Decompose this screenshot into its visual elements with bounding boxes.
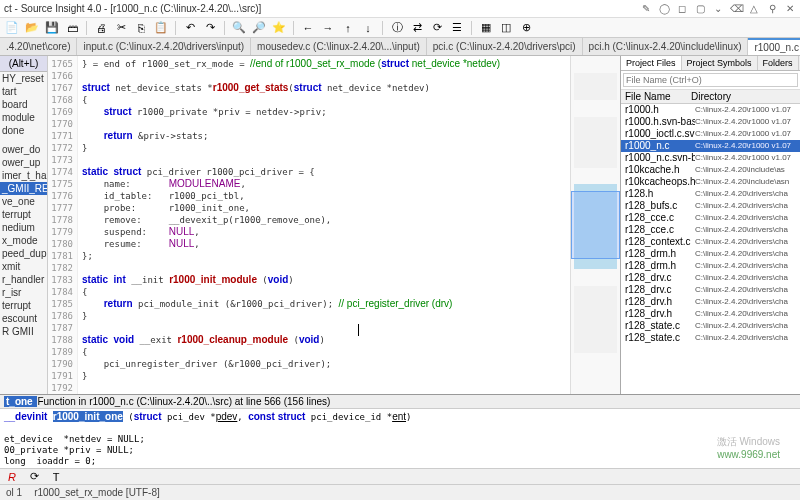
file-row[interactable]: r128_drv.cC:\linux-2.4.20\drivers\cha (621, 272, 800, 284)
project-tab[interactable]: Project Files (621, 56, 682, 70)
zoom-icon[interactable]: ⊕ (518, 20, 534, 36)
status-position: ol 1 (6, 487, 22, 498)
find-icon[interactable]: 🔍 (231, 20, 247, 36)
symbol-item[interactable]: HY_reset (0, 72, 47, 85)
search-icon[interactable]: ⚲ (766, 3, 778, 14)
file-row[interactable]: r10kcacheops.hC:\linux-2.4.20\include\as… (621, 176, 800, 188)
file-row[interactable]: r128_drm.hC:\linux-2.4.20\drivers\cha (621, 260, 800, 272)
symbol-item[interactable]: imer_t_har (0, 169, 47, 182)
minimap-viewport[interactable] (571, 191, 620, 259)
file-filter-input[interactable] (623, 73, 798, 87)
split-icon[interactable]: ◫ (498, 20, 514, 36)
symbol-item[interactable]: done (0, 124, 47, 137)
symbol-item[interactable]: escount (0, 312, 47, 325)
file-row[interactable]: r128_cce.cC:\linux-2.4.20\drivers\cha (621, 224, 800, 236)
fwd-icon[interactable]: → (320, 20, 336, 36)
ctx-r-icon[interactable]: R (4, 469, 20, 485)
symbol-item[interactable]: ve_one (0, 195, 47, 208)
save-icon[interactable]: 💾 (44, 20, 60, 36)
col-filename[interactable]: File Name (621, 91, 691, 102)
code-area[interactable]: } = end of r1000_set_rx_mode = //end of … (78, 56, 570, 394)
symbol-item[interactable]: ower_do (0, 143, 47, 156)
file-row[interactable]: r10kcache.hC:\linux-2.4.20\include\as (621, 164, 800, 176)
print-icon[interactable]: 🖨 (93, 20, 109, 36)
symbol-item[interactable]: tart (0, 85, 47, 98)
file-row[interactable]: r128_state.cC:\linux-2.4.20\drivers\cha (621, 320, 800, 332)
pencil-icon[interactable]: ✎ (640, 3, 652, 14)
minimap[interactable] (570, 56, 620, 394)
file-row[interactable]: r128_drv.hC:\linux-2.4.20\drivers\cha (621, 308, 800, 320)
file-row[interactable]: r128_context.cC:\linux-2.4.20\drivers\ch… (621, 236, 800, 248)
square2-icon[interactable]: ▢ (694, 3, 706, 14)
project-tabs: Project FilesProject SymbolsFolders (621, 56, 800, 71)
open-icon[interactable]: 📂 (24, 20, 40, 36)
symbol-item[interactable]: r_isr (0, 286, 47, 299)
file-row[interactable]: r1000.hC:\linux-2.4.20\r1000 v1.07 (621, 104, 800, 116)
separator (293, 21, 294, 35)
symbol-item[interactable]: r_handler (0, 273, 47, 286)
file-tab[interactable]: pci.h (C:\linux-2.4.20\include\linux) (583, 38, 749, 55)
symbol-item[interactable]: module (0, 111, 47, 124)
context-code[interactable]: __devinit r1000_init_one (struct pci_dev… (0, 409, 800, 468)
circle-icon[interactable]: ◯ (658, 3, 670, 14)
down-icon[interactable]: ↓ (360, 20, 376, 36)
code-editor[interactable]: 1765 1766 1767 1768 1769 1770 1771 1772 … (48, 56, 620, 394)
up-icon[interactable]: ↑ (340, 20, 356, 36)
tree-icon[interactable]: ☰ (449, 20, 465, 36)
symbol-item[interactable]: ower_up (0, 156, 47, 169)
separator (175, 21, 176, 35)
file-list: r1000.hC:\linux-2.4.20\r1000 v1.07r1000.… (621, 104, 800, 394)
erase-icon[interactable]: ⌫ (730, 3, 742, 14)
project-tab[interactable]: Project Symbols (682, 56, 758, 70)
undo-icon[interactable]: ↶ (182, 20, 198, 36)
ref-icon[interactable]: ⇄ (409, 20, 425, 36)
new-icon[interactable]: 📄 (4, 20, 20, 36)
symbol-item[interactable]: x_mode (0, 234, 47, 247)
def-icon[interactable]: ⓘ (389, 20, 405, 36)
file-row[interactable]: r1000_n.c.svn-baseC:\linux-2.4.20\r1000 … (621, 152, 800, 164)
file-tab[interactable]: r1000_n.c (C:\linux-2.4.20\...\src) (748, 38, 800, 55)
file-row[interactable]: r1000_n.cC:\linux-2.4.20\r1000 v1.07 (621, 140, 800, 152)
file-row[interactable]: r128_drv.cC:\linux-2.4.20\drivers\cha (621, 284, 800, 296)
close-icon[interactable]: ✕ (784, 3, 796, 14)
file-row[interactable]: r128_state.cC:\linux-2.4.20\drivers\cha (621, 332, 800, 344)
file-row[interactable]: r128_drm.hC:\linux-2.4.20\drivers\cha (621, 248, 800, 260)
project-tab[interactable]: Folders (758, 56, 799, 70)
sync-icon[interactable]: ⟳ (429, 20, 445, 36)
symbol-item[interactable]: peed_dup (0, 247, 47, 260)
square-icon[interactable]: ◻ (676, 3, 688, 14)
main-area: (Alt+L) HY_resettartboardmoduledoneower_… (0, 56, 800, 394)
tile-icon[interactable]: ▦ (478, 20, 494, 36)
triangle-icon[interactable]: △ (748, 3, 760, 14)
symbol-item[interactable]: xmit (0, 260, 47, 273)
symbol-item[interactable]: board (0, 98, 47, 111)
col-directory[interactable]: Directory (691, 91, 800, 102)
file-row[interactable]: r128_drv.hC:\linux-2.4.20\drivers\cha (621, 296, 800, 308)
file-row[interactable]: r128_cce.cC:\linux-2.4.20\drivers\cha (621, 212, 800, 224)
down-icon[interactable]: ⌄ (712, 3, 724, 14)
back-icon[interactable]: ← (300, 20, 316, 36)
saveall-icon[interactable]: 🗃 (64, 20, 80, 36)
symbol-item[interactable]: nedium (0, 221, 47, 234)
ctx-refresh-icon[interactable]: ⟳ (26, 469, 42, 485)
replace-icon[interactable]: 🔎 (251, 20, 267, 36)
file-row[interactable]: r128.hC:\linux-2.4.20\drivers\cha (621, 188, 800, 200)
symbol-item[interactable]: terrupt (0, 208, 47, 221)
ctx-text-icon[interactable]: T (48, 469, 64, 485)
symbol-item[interactable]: R GMII (0, 325, 47, 338)
file-row[interactable]: r1000_ioctl.c.svn-basC:\linux-2.4.20\r10… (621, 128, 800, 140)
file-tab[interactable]: mousedev.c (C:\linux-2.4.20\...\input) (251, 38, 427, 55)
file-tab[interactable]: input.c (C:\linux-2.4.20\drivers\input) (77, 38, 251, 55)
context-symbol: t_one (4, 396, 37, 407)
cut-icon[interactable]: ✂ (113, 20, 129, 36)
file-tab[interactable]: pci.c (C:\linux-2.4.20\drivers\pci) (427, 38, 583, 55)
symbol-item[interactable]: _GMII_RE (0, 182, 47, 195)
copy-icon[interactable]: ⎘ (133, 20, 149, 36)
bookmark-icon[interactable]: ⭐ (271, 20, 287, 36)
file-row[interactable]: r1000.h.svn-baseC:\linux-2.4.20\r1000 v1… (621, 116, 800, 128)
symbol-item[interactable]: terrupt (0, 299, 47, 312)
file-tab[interactable]: .4.20\net\core) (0, 38, 77, 55)
paste-icon[interactable]: 📋 (153, 20, 169, 36)
file-row[interactable]: r128_bufs.cC:\linux-2.4.20\drivers\cha (621, 200, 800, 212)
redo-icon[interactable]: ↷ (202, 20, 218, 36)
